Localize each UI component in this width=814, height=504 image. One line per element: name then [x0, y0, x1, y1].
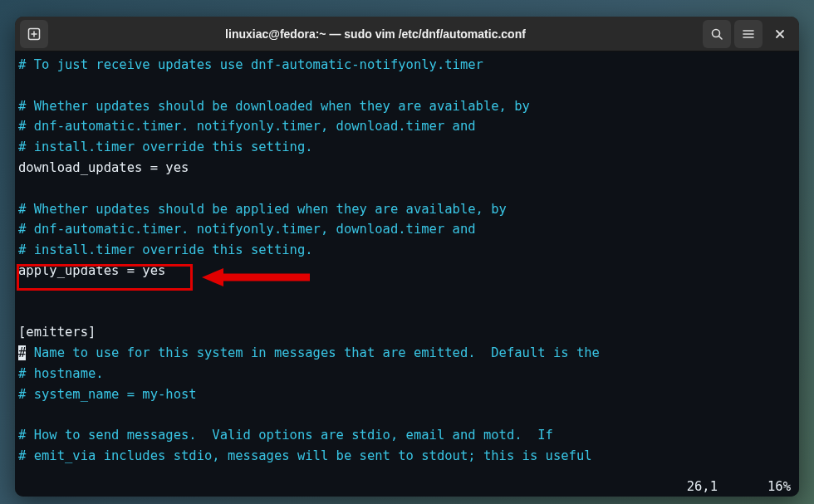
editor-line: # dnf-automatic.timer. notifyonly.timer,… [18, 116, 796, 137]
editor-line: download_updates = yes [18, 158, 796, 179]
editor-line: # hostname. [18, 364, 796, 384]
terminal-window: linuxiac@fedora:~ — sudo vim /etc/dnf/au… [15, 17, 799, 497]
hamburger-icon [742, 27, 755, 41]
editor-line: # dnf-automatic.timer. notifyonly.timer,… [18, 219, 796, 240]
new-tab-icon [27, 27, 41, 41]
editor-line: # system_name = my-host [18, 384, 796, 405]
editor-line: # install.timer override this setting. [18, 137, 796, 158]
titlebar: linuxiac@fedora:~ — sudo vim /etc/dnf/au… [15, 17, 799, 51]
vim-cursor: # [18, 345, 26, 360]
editor-line [18, 179, 796, 199]
editor-line: # install.timer override this setting. [18, 240, 796, 261]
window-title: linuxiac@fedora:~ — sudo vim /etc/dnf/au… [48, 27, 703, 41]
close-button[interactable] [766, 20, 794, 48]
editor-line: # How to send messages. Valid options ar… [18, 425, 796, 446]
editor-line [18, 281, 796, 302]
search-button[interactable] [703, 20, 731, 48]
vim-statusbar: 26,1 16% [15, 477, 799, 497]
editor-line: # emit_via includes stdio, messages will… [18, 446, 796, 467]
titlebar-left [20, 20, 48, 48]
editor-line: # Whether updates should be applied when… [18, 199, 796, 220]
file-percent: 16% [767, 479, 791, 494]
new-tab-button[interactable] [20, 20, 48, 48]
editor-line: [emitters] [18, 322, 796, 343]
editor-line: apply_updates = yes [18, 261, 796, 281]
menu-button[interactable] [734, 20, 763, 48]
editor-line [18, 405, 796, 426]
editor-area[interactable]: # To just receive updates use dnf-automa… [15, 51, 799, 477]
editor-line [18, 302, 796, 323]
editor-line [18, 76, 796, 96]
editor-line: # Name to use for this system in message… [18, 343, 796, 364]
search-icon [710, 27, 723, 41]
close-icon [774, 28, 786, 40]
titlebar-right [703, 20, 794, 48]
editor-line: # To just receive updates use dnf-automa… [18, 55, 796, 76]
editor-line: # Whether updates should be downloaded w… [18, 96, 796, 117]
cursor-position: 26,1 [687, 479, 718, 494]
